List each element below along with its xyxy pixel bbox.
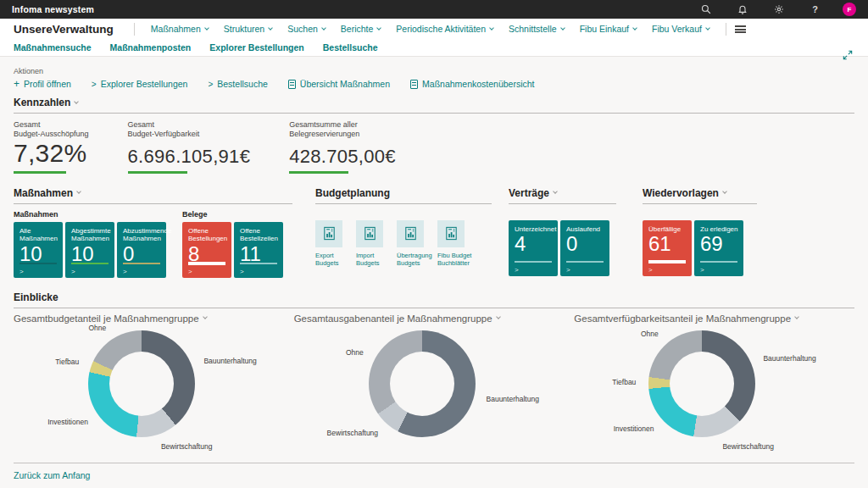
kpi-budget-verfuegbarkeit[interactable]: GesamtBudget-Verfügbarkeit 6.696.105,91€ (128, 120, 251, 174)
action-explorer-bestellungen[interactable]: Explorer Bestellungen (92, 79, 188, 89)
tile-status-bar (240, 263, 277, 264)
action-export-budgets[interactable]: Export Budgets (315, 220, 354, 269)
role-center-content: Aktionen Profil öffnen Explorer Bestellu… (0, 57, 868, 487)
kpi-belegreservierungen[interactable]: Gesamtsumme allerBelegreservierungen 428… (289, 120, 396, 174)
menu-strukturen[interactable]: Strukturen (224, 24, 272, 34)
tile-zu-erledigen[interactable]: Zu erledigen 69 (694, 220, 743, 276)
slice-label: Bauunterhaltung (203, 357, 256, 365)
section-budgetplanung: Budgetplanung Export Budgets Import Budg… (315, 187, 492, 278)
nav-divider (726, 23, 726, 36)
chevron-down-icon (632, 25, 637, 30)
action-bestellsuche[interactable]: Bestellsuche (208, 79, 267, 89)
slice-label: Bauunterhaltung (763, 354, 815, 363)
menu-suchen[interactable]: Suchen (287, 24, 326, 34)
menu-massnahmen[interactable]: Maßnahmen (151, 24, 209, 34)
actions-section-label: Aktionen (14, 67, 854, 75)
chevron-down-icon (76, 189, 81, 194)
avatar[interactable]: F (843, 3, 856, 16)
expand-icon[interactable] (843, 48, 853, 64)
menu-berichte[interactable]: Berichte (341, 24, 381, 34)
search-icon[interactable] (700, 4, 711, 15)
sublink-massnahmenposten[interactable]: Maßnahmenposten (110, 42, 192, 53)
chevron-down-icon (496, 314, 501, 319)
menu-periodische-aktivitaeten[interactable]: Periodische Aktivitäten (396, 24, 493, 34)
drilldown-chevron-icon (566, 266, 570, 274)
tile-status-bar (188, 262, 225, 265)
sublink-bestellsuche[interactable]: Bestellsuche (323, 42, 378, 53)
action-fibu-budget-buchblaetter[interactable]: Fibu Budget Buchblätter (437, 220, 476, 269)
kpi-value: 428.705,00€ (289, 140, 396, 168)
tile-alle-massnahmen[interactable]: Alle Maßnahmen 10 (14, 222, 63, 278)
section-divider (14, 113, 854, 114)
menu-fibu-einkauf[interactable]: Fibu Einkauf (580, 24, 637, 34)
action-import-budgets[interactable]: Import Budgets (356, 220, 395, 269)
chart-title[interactable]: Gesamtbudgetanteil je Maßnahmengruppe (14, 313, 292, 324)
tile-status-bar (71, 263, 108, 264)
action-uebersicht-massnahmen[interactable]: Übersicht Maßnahmen (288, 79, 390, 89)
drilldown-chevron-icon (240, 268, 244, 275)
donut-ring[interactable] (648, 330, 755, 437)
tile-status-bar (566, 261, 604, 263)
sub-menu-row: Maßnahmensuche Maßnahmenposten Explorer … (14, 39, 854, 56)
settings-icon[interactable] (773, 4, 784, 15)
chart-title[interactable]: Gesamtverfügbarkeitsanteil je Maßnahmeng… (574, 313, 852, 324)
chevron-down-icon (705, 25, 710, 30)
menu-fibu-verkauf[interactable]: Fibu Verkauf (652, 24, 709, 34)
vertraege-header[interactable]: Verträge (509, 187, 616, 199)
tile-auslaufend[interactable]: Auslaufend 0 (560, 220, 609, 276)
massnahmen-header[interactable]: Maßnahmen (14, 187, 292, 199)
chevron-down-icon (268, 25, 273, 30)
slice-label: Bauunterhaltung (487, 395, 539, 403)
cue-sections-row: Maßnahmen Maßnahmen Alle Maßnahmen 10 Ab… (14, 187, 854, 278)
slice-label: Investitionen (47, 418, 88, 426)
action-massnahmenkostenuebersicht[interactable]: Maßnahmenkostenübersicht (410, 79, 535, 89)
donut-chart: BauunterhaltungBewirtschaftungInvestitio… (14, 324, 292, 451)
section-divider (509, 203, 616, 204)
kpi-accent-bar (128, 171, 187, 174)
kennzahlen-header[interactable]: Kennzahlen (14, 97, 854, 108)
wiedervorlagen-header[interactable]: Wiedervorlagen (643, 187, 757, 199)
drilldown-chevron-icon (515, 266, 519, 274)
action-uebertragung-budgets[interactable]: Übertragung Budgets (397, 220, 436, 269)
slice-label: Tiefbau (612, 378, 636, 386)
tile-abgestimmte-massnahmen[interactable]: Abgestimmte Maßnahmen 10 (65, 222, 114, 278)
donut-chart: BauunterhaltungBewirtschaftungInvestitio… (574, 324, 852, 451)
help-icon[interactable]: ? (810, 4, 821, 15)
main-menu-row: UnsereVerwaltung Maßnahmen Strukturen Su… (14, 19, 854, 39)
notifications-icon[interactable] (737, 4, 748, 15)
tile-ueberfaellige[interactable]: Überfällige 61 (643, 220, 692, 276)
tile-abzustimmende-massnahmen[interactable]: Abzustimmende Maßnahmen 0 (117, 222, 166, 278)
slice-label: Ohne (88, 324, 106, 332)
chevron-down-icon (203, 314, 208, 319)
action-profil-oeffnen[interactable]: Profil öffnen (14, 79, 71, 89)
kpi-budget-ausschoepfung[interactable]: GesamtBudget-Ausschöpfung 7,32% (14, 120, 89, 174)
sublink-explorer-bestellungen[interactable]: Explorer Bestellungen (209, 42, 303, 53)
hamburger-icon[interactable] (735, 25, 746, 33)
kpi-accent-bar (14, 171, 66, 174)
chevron-down-icon (321, 25, 326, 30)
slice-label: Bewirtschaftung (161, 442, 212, 451)
donut-ring[interactable] (88, 330, 195, 437)
tile-status-bar (19, 263, 57, 264)
donut-ring[interactable] (369, 330, 476, 437)
sublink-massnahmensuche[interactable]: Maßnahmensuche (14, 42, 92, 53)
chevron-down-icon (722, 189, 727, 194)
kpi-value: 7,32% (14, 140, 89, 168)
slice-label: Ohne (641, 330, 659, 338)
back-to-top-link[interactable]: Zurück zum Anfang (14, 463, 90, 487)
donut-chart: BauunterhaltungBewirtschaftungOhne (294, 324, 572, 451)
tile-offene-bestellzeilen[interactable]: Offene Bestellzeilen 11 (234, 222, 283, 278)
chart-title[interactable]: Gesamtausgabenanteil je Maßnahmengruppe (294, 313, 572, 324)
tile-offene-bestellungen[interactable]: Offene Bestellungen 8 (182, 222, 231, 278)
drilldown-chevron-icon (648, 266, 653, 274)
section-vertraege: Verträge Unterzeichnet 4 Auslaufend 0 (509, 187, 616, 278)
budget-document-icon (397, 220, 424, 247)
plus-icon (14, 79, 19, 89)
menu-schnittstelle[interactable]: Schnittstelle (509, 24, 565, 34)
tile-unterzeichnet[interactable]: Unterzeichnet 4 (509, 220, 558, 276)
role-center-title: UnsereVerwaltung (14, 23, 114, 36)
section-divider (14, 203, 292, 204)
drilldown-chevron-icon (188, 268, 192, 275)
report-icon (410, 80, 418, 89)
slice-label: Bewirtschaftung (327, 429, 378, 437)
